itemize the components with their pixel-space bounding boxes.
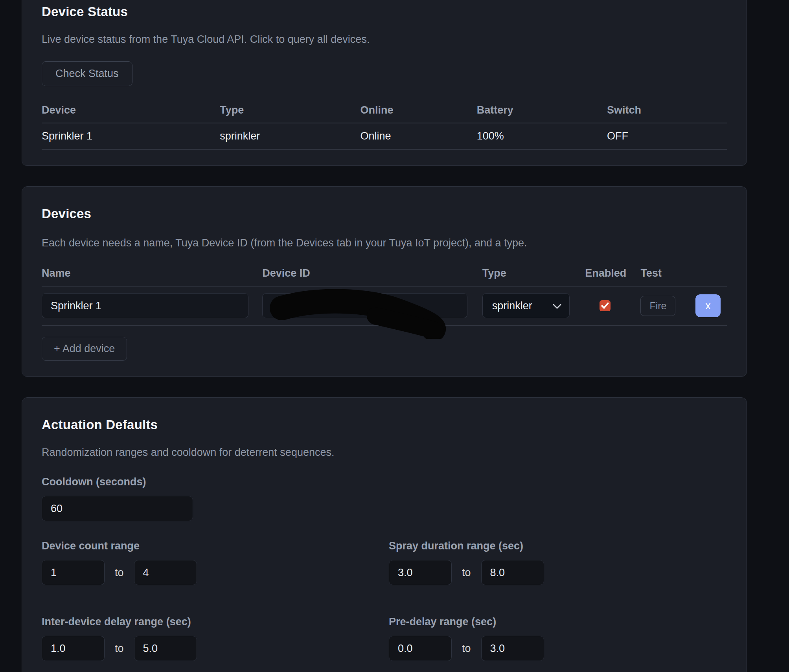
- actuation-description: Randomization ranges and cooldown for de…: [42, 446, 727, 459]
- remove-device-button[interactable]: x: [695, 294, 721, 317]
- pre-delay-min-input[interactable]: [389, 636, 452, 661]
- device-status-table: Device Type Online Battery Switch Sprink…: [42, 104, 727, 150]
- col-header-enabled: Enabled: [585, 267, 640, 286]
- device-id-input[interactable]: [262, 293, 467, 318]
- col-header-online: Online: [360, 104, 476, 123]
- fire-test-button[interactable]: Fire: [640, 296, 675, 316]
- col-header-type2: Type: [482, 267, 585, 286]
- device-count-range-label: Device count range: [42, 540, 389, 552]
- devices-title: Devices: [42, 206, 727, 221]
- pre-delay-range-label: Pre-delay range (sec): [389, 616, 727, 628]
- to-label: to: [462, 567, 471, 579]
- to-label: to: [462, 643, 471, 655]
- device-type-cell: sprinkler: [220, 123, 360, 149]
- spray-duration-max-input[interactable]: [481, 560, 544, 585]
- add-device-button[interactable]: + Add device: [42, 337, 127, 361]
- check-status-button[interactable]: Check Status: [42, 61, 132, 86]
- ranges-grid: Device count range to Spray duration ran…: [42, 540, 727, 661]
- device-type-selected-value: sprinkler: [492, 300, 532, 312]
- device-editor-row: sprinkler F: [42, 286, 727, 325]
- device-count-range-group: Device count range to: [42, 540, 389, 585]
- actuation-defaults-card: Actuation Defaults Randomization ranges …: [22, 397, 747, 672]
- table-row: Sprinkler 1 sprinkler Online 100% OFF: [42, 123, 727, 149]
- col-header-actions: [688, 267, 727, 286]
- pre-delay-max-input[interactable]: [481, 636, 544, 661]
- col-header-device-id: Device ID: [262, 267, 482, 286]
- cooldown-label: Cooldown (seconds): [42, 476, 727, 488]
- enabled-checkbox[interactable]: [600, 300, 611, 311]
- device-status-card: Device Status Live device status from th…: [22, 0, 747, 166]
- inter-device-delay-min-input[interactable]: [42, 636, 105, 661]
- device-id-field-wrap: [262, 293, 467, 318]
- device-count-min-input[interactable]: [42, 560, 105, 585]
- inter-device-delay-max-input[interactable]: [134, 636, 197, 661]
- device-name-input[interactable]: [42, 293, 248, 318]
- to-label: to: [115, 643, 124, 655]
- settings-page: Device Status Live device status from th…: [0, 0, 789, 672]
- col-header-type: Type: [220, 104, 360, 123]
- device-name-cell: Sprinkler 1: [42, 123, 220, 149]
- device-count-max-input[interactable]: [134, 560, 197, 585]
- inter-device-delay-range-group: Inter-device delay range (sec) to: [42, 616, 389, 661]
- devices-table: Name Device ID Type Enabled Test: [42, 267, 727, 326]
- spray-duration-range-group: Spray duration range (sec) to: [389, 540, 727, 585]
- checkmark-icon: [601, 302, 609, 309]
- devices-card: Devices Each device needs a name, Tuya D…: [22, 186, 747, 377]
- device-status-description: Live device status from the Tuya Cloud A…: [42, 33, 727, 46]
- inter-device-delay-range-label: Inter-device delay range (sec): [42, 616, 389, 628]
- device-type-select[interactable]: sprinkler: [482, 293, 570, 318]
- actuation-title: Actuation Defaults: [42, 417, 727, 432]
- device-battery-cell: 100%: [477, 123, 607, 149]
- device-switch-cell: OFF: [607, 123, 727, 149]
- device-online-cell: Online: [360, 123, 476, 149]
- col-header-device: Device: [42, 104, 220, 123]
- col-header-battery: Battery: [477, 104, 607, 123]
- col-header-switch: Switch: [607, 104, 727, 123]
- spray-duration-min-input[interactable]: [389, 560, 452, 585]
- pre-delay-range-group: Pre-delay range (sec) to: [389, 616, 727, 661]
- to-label: to: [115, 567, 124, 579]
- chevron-down-icon: [553, 304, 561, 309]
- device-status-title: Device Status: [42, 4, 727, 19]
- cooldown-input[interactable]: [42, 496, 193, 521]
- devices-description: Each device needs a name, Tuya Device ID…: [42, 237, 727, 249]
- spray-duration-range-label: Spray duration range (sec): [389, 540, 727, 552]
- col-header-name: Name: [42, 267, 262, 286]
- col-header-test: Test: [640, 267, 688, 286]
